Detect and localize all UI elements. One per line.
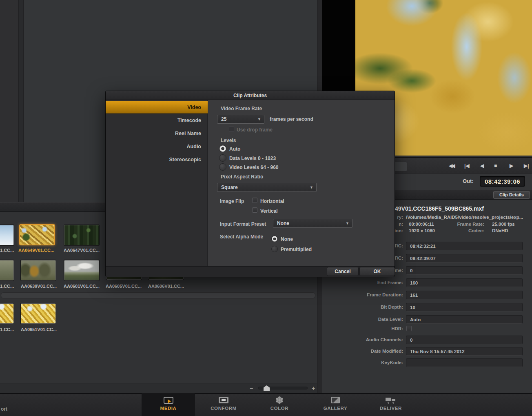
clip-thumbnail[interactable] xyxy=(0,225,14,245)
nav-conform-label: CONFORM xyxy=(199,406,248,411)
start-tc-field[interactable]: 08:42:32:21 xyxy=(406,242,523,250)
ok-button[interactable]: OK xyxy=(359,267,395,276)
drop-frame-checkbox[interactable] xyxy=(229,127,234,132)
clip-thumbnail[interactable] xyxy=(0,260,14,280)
dialog-title: Clip Attributes xyxy=(106,91,395,100)
fps-suffix: frames per second xyxy=(270,116,313,122)
image-flip-label: Image Flip xyxy=(220,198,244,204)
alpha-premultiplied-radio[interactable] xyxy=(271,246,278,252)
codec-value: DNxHD xyxy=(492,228,508,233)
clip-name[interactable]: AA0606V01.CC... xyxy=(148,284,184,289)
zoom-in-button[interactable]: + xyxy=(312,383,315,394)
resolve-media-page: 1.CC... AA0649V01.CC... AA0647V01.CC... … xyxy=(0,0,532,416)
clip-thumbnail[interactable] xyxy=(64,225,99,245)
clip-name[interactable]: AA0651V01.CC... xyxy=(21,327,57,332)
rewind-icon[interactable]: ◀◀ xyxy=(449,163,454,169)
levels-video-label: Video Levels 64 - 960 xyxy=(229,165,279,170)
nav-color[interactable]: COLOR xyxy=(255,393,304,416)
start-frame-field[interactable]: 0 xyxy=(406,266,523,275)
clip-name[interactable]: AA0647V01.CC... xyxy=(64,248,100,253)
levels-video-radio[interactable] xyxy=(219,163,226,171)
truncated-corner-text: ort xyxy=(1,406,7,412)
clip-name-selected[interactable]: AA0649V01.CC... xyxy=(18,248,54,253)
end-tc-field[interactable]: 08:42:39:07 xyxy=(406,254,523,263)
flip-horizontal-checkbox[interactable] xyxy=(252,198,257,203)
tab-stereoscopic[interactable]: Stereoscopic xyxy=(106,153,208,166)
input-format-value: None xyxy=(277,220,289,226)
nav-deliver-label: DELIVER xyxy=(366,406,415,411)
conform-page-icon xyxy=(219,397,228,403)
levels-data-radio[interactable] xyxy=(219,154,226,162)
nav-gallery[interactable]: GALLERY xyxy=(311,393,360,416)
input-format-dropdown[interactable]: None ▼ xyxy=(273,219,352,228)
par-dropdown[interactable]: Square ▼ xyxy=(217,183,317,192)
clip-thumbnail[interactable] xyxy=(21,260,56,280)
tab-reel-name[interactable]: Reel Name xyxy=(106,127,208,140)
clip-thumbnail-selected[interactable] xyxy=(19,224,55,245)
alpha-premultiplied-label: Premultiplied xyxy=(281,247,312,252)
bit-depth-field[interactable]: 10 xyxy=(406,303,523,311)
nav-deliver[interactable]: DELIVER xyxy=(366,393,415,416)
flip-horizontal-label: Horizontal xyxy=(260,198,284,204)
clip-thumbnail[interactable] xyxy=(0,303,14,324)
resolution-value: 1920 x 1080 xyxy=(409,228,435,233)
out-timecode[interactable]: 08:42:39:06 xyxy=(480,176,525,187)
clip-thumbnail[interactable] xyxy=(64,260,99,280)
hdr-checkbox[interactable] xyxy=(406,326,412,331)
alpha-mode-label: Select Alpha Mode xyxy=(220,234,263,240)
frame-rate-section-label: Video Frame Rate xyxy=(221,106,262,111)
step-back-icon[interactable]: ◀ xyxy=(480,163,484,169)
tab-timecode[interactable]: Timecode xyxy=(106,114,208,127)
gallery-page-icon xyxy=(331,397,340,403)
tab-video[interactable]: Video xyxy=(106,101,208,113)
input-format-label: Input Format Preset xyxy=(220,221,266,227)
flip-vertical-checkbox[interactable] xyxy=(252,207,257,213)
clip-details-tab[interactable]: Clip Details xyxy=(493,191,530,199)
frame-duration-field[interactable]: 161 xyxy=(406,291,523,299)
chevron-down-icon: ▼ xyxy=(346,219,349,227)
frame-rate-value: 25 xyxy=(221,116,226,122)
alpha-none-radio[interactable] xyxy=(271,236,278,242)
nav-color-label: COLOR xyxy=(255,406,304,411)
tab-audio[interactable]: Audio xyxy=(106,140,208,153)
cancel-button[interactable]: Cancel xyxy=(327,267,359,276)
end-frame-field[interactable]: 160 xyxy=(406,278,523,287)
hdr-label: HDR: xyxy=(334,326,403,331)
levels-auto-radio[interactable] xyxy=(219,145,226,152)
clip-name[interactable]: 1.CC... xyxy=(0,248,14,253)
nav-conform[interactable]: CONFORM xyxy=(199,393,248,416)
data-level-field[interactable]: Auto xyxy=(406,315,523,324)
clip-name[interactable]: AA0601V01.CC... xyxy=(64,284,100,289)
levels-auto-label: Auto xyxy=(229,146,240,152)
drop-frame-label: Use drop frame xyxy=(237,127,273,133)
clip-name[interactable]: AA0639V01.CC... xyxy=(21,284,57,289)
flip-vertical-label: Vertical xyxy=(260,208,278,214)
nav-media[interactable]: MEDIA xyxy=(142,393,195,416)
audio-channels-field[interactable]: 0 xyxy=(406,336,523,344)
levels-section-label: Levels xyxy=(221,138,236,143)
frame-duration-label: Frame Duration: xyxy=(334,292,403,297)
clip-thumbnail[interactable] xyxy=(21,303,56,324)
frame-rate-value: 25.000 fps xyxy=(492,222,515,227)
frame-rate-dropdown[interactable]: 25 ▼ xyxy=(217,115,264,124)
date-modified-field[interactable]: Thu Nov 8 15:57:45 2012 xyxy=(406,347,523,356)
keykode-field[interactable] xyxy=(406,358,523,367)
zoom-out-button[interactable]: − xyxy=(250,383,253,394)
date-modified-label: Date Modified: xyxy=(334,349,403,354)
audio-channels-label: Audio Channels: xyxy=(334,337,403,342)
media-pool-divider xyxy=(1,292,315,298)
codec-label: Codec: xyxy=(448,228,484,233)
play-icon[interactable]: ▶ xyxy=(510,163,513,169)
stop-icon[interactable]: ■ xyxy=(494,163,497,169)
deliver-page-icon xyxy=(386,397,396,404)
end-frame-label: End Frame: xyxy=(334,280,403,285)
color-page-icon xyxy=(276,397,283,403)
clip-name[interactable]: AA0605V01.CC... xyxy=(106,284,142,289)
clip-name[interactable]: 1.CC... xyxy=(0,284,14,289)
frame-rate-label: Frame Rate: xyxy=(448,222,484,227)
clip-name[interactable]: 1.CC... xyxy=(0,327,14,332)
go-to-start-icon[interactable]: |◀ xyxy=(464,163,470,169)
chevron-down-icon: ▼ xyxy=(310,183,313,191)
nav-gallery-label: GALLERY xyxy=(311,406,360,411)
go-to-end-icon[interactable]: ▶| xyxy=(524,163,529,169)
